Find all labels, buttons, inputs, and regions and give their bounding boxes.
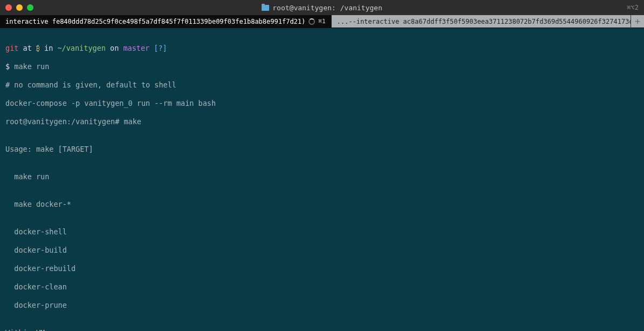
prompt-dollar: $ (5, 62, 14, 71)
minimize-button[interactable] (16, 4, 23, 11)
out-15: docker-prune (5, 301, 639, 310)
tab-1[interactable]: interactive fe840ddd78d25c9f0ce498f5a7df… (0, 15, 332, 28)
tab-1-label: interactive fe840ddd78d25c9f0ce498f5a7df… (5, 18, 305, 25)
tab-2[interactable]: ...--interactive ac8a67ddff3f50f5903eea3… (332, 15, 631, 28)
new-tab-button[interactable]: + (631, 15, 644, 28)
out-5: Usage: make [TARGET] (5, 145, 639, 154)
prompt-btc-icon: ₿ (36, 44, 40, 52)
window-titlebar: root@vanitygen: /vanitygen ⌘⌥2 (0, 0, 644, 15)
maximize-button[interactable] (27, 4, 33, 11)
prompt-git: git (5, 44, 18, 52)
out-1: # no command is given, default to shell (5, 80, 639, 90)
out-11: docker-shell (5, 227, 639, 237)
close-button[interactable] (5, 4, 12, 11)
out-12: docker-build (5, 246, 639, 255)
out-17: Within VM: (5, 328, 639, 331)
prompt-status: [?] (154, 44, 167, 52)
tab-2-label: ...--interactive ac8a67ddff3f50f5903eea3… (337, 18, 631, 25)
title-text: root@vanitygen: /vanitygen (272, 4, 382, 12)
out-14: docker-clean (5, 282, 639, 292)
terminal-output[interactable]: git at ₿ in ~/vanitygen on master [?] $ … (0, 28, 644, 331)
command-line-1: $ make run (5, 62, 639, 71)
window-title: root@vanitygen: /vanitygen (4, 4, 640, 12)
tab-bar: interactive fe840ddd78d25c9f0ce498f5a7df… (0, 15, 644, 28)
out-3: root@vanitygen:/vanitygen# make (5, 117, 639, 126)
spinner-icon (309, 18, 315, 25)
prompt-at: at (23, 44, 32, 52)
prompt-in: in (44, 44, 53, 52)
traffic-lights (5, 4, 33, 11)
prompt-path: ~/vanitygen (57, 44, 105, 52)
out-7: make run (5, 172, 639, 181)
folder-icon (262, 5, 269, 11)
out-2: docker-compose -p vanitygen_0 run --rm m… (5, 99, 639, 108)
prompt-on: on (110, 44, 119, 52)
title-shortcut: ⌘⌥2 (627, 4, 639, 11)
prompt-branch: master (123, 44, 149, 52)
prompt-line: git at ₿ in ~/vanitygen on master [?] (5, 44, 639, 53)
out-13: docker-rebuild (5, 264, 639, 273)
out-9: make docker-* (5, 200, 639, 209)
tab-1-shortcut: ⌘1 (318, 18, 325, 25)
cmd-text: make run (14, 62, 49, 71)
